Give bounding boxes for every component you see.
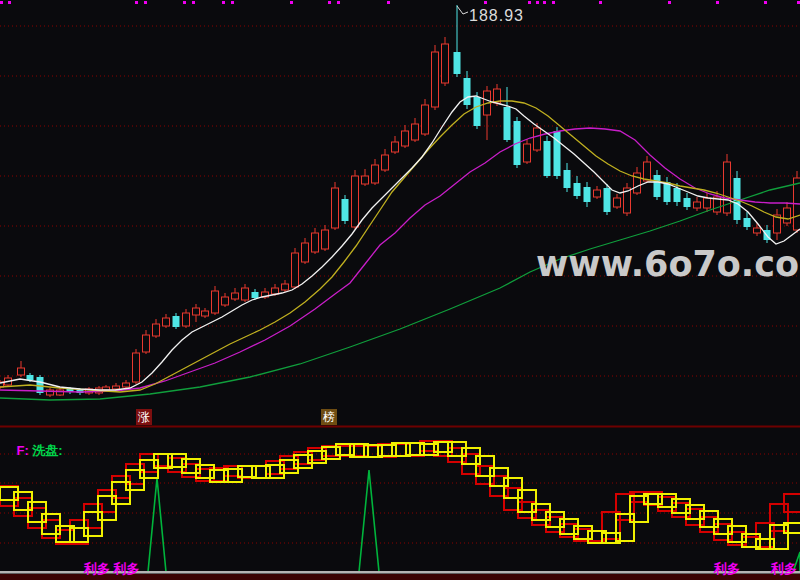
steps-yellow <box>0 442 800 549</box>
high-price-label: 188.93 <box>469 7 524 25</box>
signal-text: 利多 <box>714 560 740 578</box>
signal-text: 利多 利多 <box>84 560 140 578</box>
indicator-label: F: 洗盘: <box>2 427 63 475</box>
top-signal-dots <box>0 1 800 4</box>
marker-badge-zhang[interactable]: 涨 <box>136 409 152 425</box>
signal-text: 利多 <box>771 560 797 578</box>
watermark: www.6o7o.com <box>536 244 800 284</box>
stock-chart-window: 188.93 www.6o7o.com 涨 榜 F: 洗盘: 利多 利多 利多 … <box>0 0 800 580</box>
gridlines <box>0 26 800 543</box>
chart-canvas[interactable] <box>0 0 800 580</box>
high-callout-arrow <box>457 6 468 14</box>
indicator-label-prefix: F: <box>16 443 28 458</box>
marker-badge-bang[interactable]: 榜 <box>321 409 337 425</box>
spike-signals <box>148 470 800 572</box>
ma-white <box>0 96 800 390</box>
ma-green <box>0 183 800 400</box>
indicator-label-name: 洗盘: <box>29 443 63 458</box>
candlesticks <box>0 5 800 397</box>
